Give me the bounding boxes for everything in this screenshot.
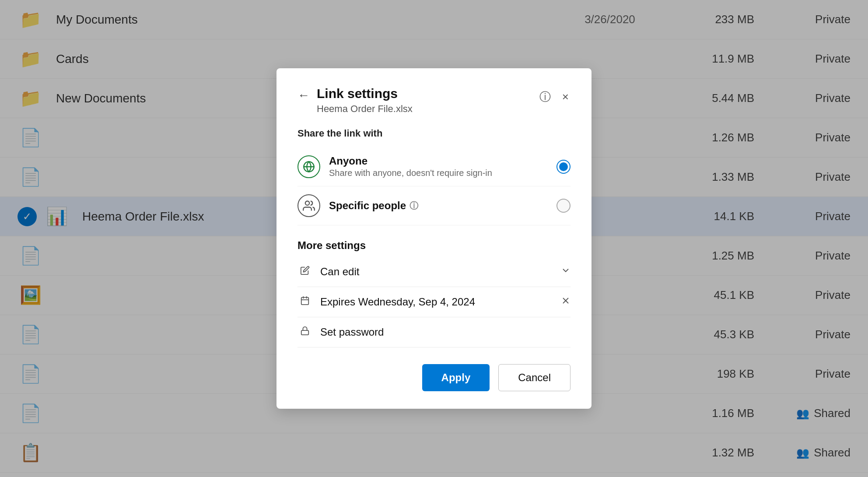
apply-button[interactable]: Apply — [422, 364, 490, 391]
modal-subtitle: Heema Order File.xlsx — [317, 103, 538, 115]
modal-title-block: Link settings Heema Order File.xlsx — [317, 86, 538, 115]
share-option-anyone-name: Anyone — [329, 155, 556, 167]
more-settings-label: More settings — [298, 239, 570, 252]
modal-footer: Apply Cancel — [298, 364, 570, 391]
radio-anyone[interactable] — [556, 160, 570, 174]
set-password-row[interactable]: Set password — [298, 317, 570, 347]
radio-anyone-inner — [559, 162, 568, 171]
expires-row[interactable]: Expires Wednesday, Sep 4, 2024 — [298, 287, 570, 317]
svg-rect-3 — [301, 298, 309, 305]
can-edit-label: Can edit — [320, 266, 561, 278]
chevron-down-icon — [561, 266, 570, 278]
share-option-anyone-desc: Share with anyone, doesn't require sign-… — [329, 168, 556, 178]
expires-close-icon[interactable] — [561, 296, 570, 308]
lock-icon — [298, 326, 312, 338]
close-button[interactable]: × — [560, 88, 570, 105]
modal-overlay: ← Link settings Heema Order File.xlsx ⓘ … — [0, 0, 868, 477]
expires-label: Expires Wednesday, Sep 4, 2024 — [320, 296, 561, 308]
share-option-specific-text: Specific people ⓘ — [329, 200, 556, 212]
cancel-button[interactable]: Cancel — [498, 364, 570, 391]
can-edit-row[interactable]: Can edit — [298, 257, 570, 287]
specific-info-icon: ⓘ — [410, 200, 418, 212]
share-option-specific[interactable]: Specific people ⓘ — [298, 186, 570, 225]
globe-icon — [298, 155, 320, 178]
set-password-label: Set password — [320, 326, 570, 338]
share-option-anyone[interactable]: Anyone Share with anyone, doesn't requir… — [298, 147, 570, 186]
back-button[interactable]: ← — [298, 88, 310, 102]
calendar-icon — [298, 296, 312, 308]
modal-header-icons: ⓘ × — [538, 88, 570, 106]
edit-icon — [298, 266, 312, 278]
info-button[interactable]: ⓘ — [538, 88, 553, 106]
share-option-specific-name: Specific people ⓘ — [329, 200, 556, 212]
share-section-label: Share the link with — [298, 128, 570, 139]
modal-title: Link settings — [317, 86, 538, 102]
share-option-anyone-text: Anyone Share with anyone, doesn't requir… — [329, 155, 556, 178]
radio-specific[interactable] — [556, 199, 570, 213]
modal-header: ← Link settings Heema Order File.xlsx ⓘ … — [298, 86, 570, 115]
people-icon — [298, 194, 320, 217]
svg-point-2 — [305, 201, 309, 205]
svg-rect-9 — [301, 330, 309, 335]
link-settings-modal: ← Link settings Heema Order File.xlsx ⓘ … — [276, 68, 592, 409]
